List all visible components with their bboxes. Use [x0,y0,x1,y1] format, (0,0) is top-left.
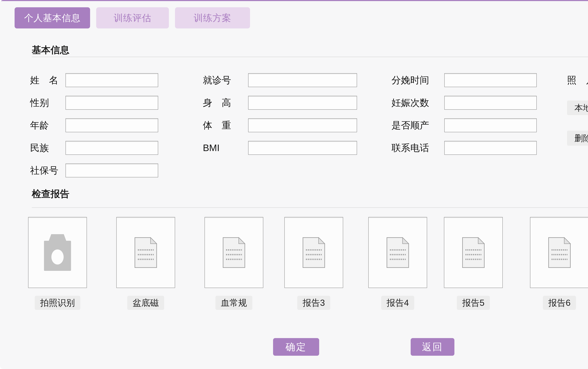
document-icon [462,237,485,268]
document-icon [386,237,409,268]
document-icon [302,237,325,268]
report-card-photo-recognition[interactable] [28,217,87,288]
card-label-blood-routine[interactable]: 血常规 [216,296,252,310]
document-icon [223,237,246,268]
field-bmi-label: BMI [203,141,220,155]
field-ethnicity-label: 民族 [30,141,49,155]
divider [32,57,588,57]
ethnicity-input[interactable] [65,141,158,155]
camera-icon [44,234,71,271]
document-icon [134,237,157,268]
field-age-label: 年龄 [30,118,49,132]
section-title-basic-info: 基本信息 [32,44,69,56]
field-gender-label: 性别 [30,96,49,110]
card-label-report4[interactable]: 报告4 [381,296,414,310]
weight-input[interactable] [248,118,357,132]
field-visit-no-label: 就诊号 [203,73,231,87]
field-delivery-time-label: 分娩时间 [392,73,429,87]
tab-bar: 个人基本信息 训练评估 训练方案 [15,7,250,29]
field-pregnancy-count-label: 妊娠次数 [392,96,429,110]
field-name-label: 姓 名 [30,73,58,87]
report-card-pelvic-magnetic[interactable] [116,217,175,288]
local-upload-button[interactable]: 本地上传 [567,101,588,115]
card-label-photo-recognition[interactable]: 拍照识别 [35,296,80,310]
divider [32,207,588,208]
field-height-label: 身 高 [203,96,231,110]
card-label-report3[interactable]: 报告3 [297,296,330,310]
patient-info-page: 个人基本信息 训练评估 训练方案 基本信息 姓 名 性别 年龄 民族 社保号 就… [0,0,588,369]
pregnancy-count-input[interactable] [444,96,537,110]
card-label-report5[interactable]: 报告5 [457,296,490,310]
tab-personal-basic-info[interactable]: 个人基本信息 [15,7,90,29]
field-phone-label: 联系电话 [392,141,429,155]
report-card-report4[interactable] [368,217,427,288]
confirm-button[interactable]: 确定 [273,338,319,356]
social-security-no-input[interactable] [65,164,158,177]
card-label-report6[interactable]: 报告6 [543,296,576,310]
natural-birth-input[interactable] [444,118,537,132]
report-card-blood-routine[interactable] [205,217,263,288]
report-card-report6[interactable] [530,217,588,288]
back-button[interactable]: 返回 [411,338,454,356]
delivery-time-input[interactable] [444,73,537,87]
report-card-report5[interactable] [444,217,503,288]
name-input[interactable] [65,73,158,87]
section-title-exam-reports: 检查报告 [32,188,69,200]
field-natural-birth-label: 是否顺产 [392,118,429,132]
field-weight-label: 体 重 [203,118,231,132]
photo-label: 照 片 [567,73,588,87]
document-icon [548,237,571,268]
delete-photo-button[interactable]: 删除照片 [567,131,588,146]
bmi-input[interactable] [248,141,357,155]
report-card-report3[interactable] [284,217,343,288]
card-label-pelvic-magnetic[interactable]: 盆底磁 [127,296,164,310]
visit-no-input[interactable] [248,73,357,87]
age-input[interactable] [65,118,158,132]
tab-training-evaluation[interactable]: 训练评估 [96,7,169,29]
phone-input[interactable] [444,141,537,155]
top-accent-bar [0,0,588,1]
gender-input[interactable] [65,96,158,110]
height-input[interactable] [248,96,357,110]
tab-training-plan[interactable]: 训练方案 [175,7,250,29]
field-social-security-no-label: 社保号 [30,164,58,177]
